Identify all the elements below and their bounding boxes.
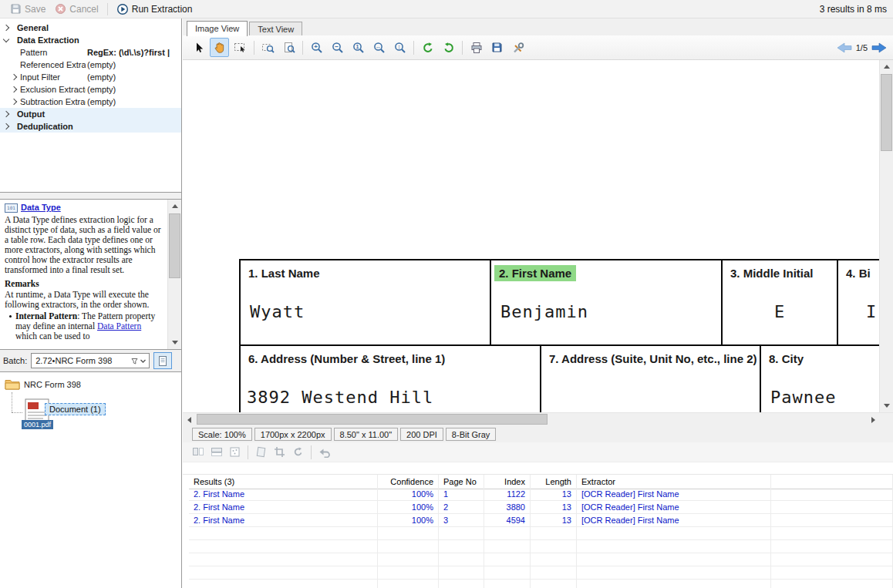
result-cell[interactable]: 13 <box>531 488 577 501</box>
zoom-region-button[interactable] <box>258 38 278 57</box>
property-row-deduplication[interactable]: Deduplication <box>0 120 181 133</box>
scrollbar-thumb[interactable] <box>197 414 548 425</box>
rotate-image-button[interactable] <box>290 444 306 460</box>
property-value[interactable]: RegEx: (\d\.\s)?first | <box>87 46 180 59</box>
form-field-first-name[interactable]: 2. First Name Benjamin <box>491 260 723 346</box>
result-cell[interactable]: 100% <box>378 514 439 527</box>
crop-button[interactable] <box>271 444 288 460</box>
scrollbar-track[interactable] <box>196 413 867 425</box>
run-extraction-button[interactable]: Run Extraction <box>113 2 197 16</box>
select-tool-button[interactable] <box>189 38 208 57</box>
flip-button[interactable] <box>190 444 206 460</box>
form-field-last-name[interactable]: 1. Last Name Wyatt <box>241 260 491 346</box>
scroll-up-button[interactable] <box>168 200 181 213</box>
zoom-actual-size-button[interactable]: 1 <box>349 38 368 57</box>
result-cell[interactable]: 3 <box>439 514 484 527</box>
form-field-middle-initial[interactable]: 3. Middle Initial E <box>723 260 838 346</box>
region-select-button[interactable] <box>231 38 250 57</box>
chevron-down-icon[interactable] <box>3 36 9 42</box>
result-cell[interactable]: [OCR Reader] First Name <box>577 501 771 514</box>
result-cell[interactable]: 100% <box>378 501 439 514</box>
scale-status: Scale: 100% <box>192 428 252 441</box>
results-empty-cell <box>484 566 531 580</box>
chevron-right-icon[interactable] <box>11 74 17 80</box>
property-value[interactable]: (empty) <box>87 59 180 71</box>
property-row-data-extraction[interactable]: Data Extraction <box>0 34 181 46</box>
vertical-scrollbar[interactable] <box>879 60 893 412</box>
pan-tool-button[interactable] <box>210 38 229 57</box>
image-viewer[interactable]: 1. Last Name Wyatt 2. First Name Benjami… <box>183 60 893 412</box>
result-cell[interactable]: 1 <box>439 488 484 501</box>
form-field-address1[interactable]: 6. Address (Number & Street, line 1) 389… <box>241 346 541 412</box>
property-row-input-filter[interactable]: Input Filter (empty) <box>0 71 181 83</box>
property-value[interactable]: (empty) <box>87 96 180 108</box>
tab-image-view[interactable]: Image View <box>187 21 248 36</box>
chevron-right-icon[interactable] <box>3 123 9 129</box>
result-cell[interactable]: 4594 <box>484 514 531 527</box>
save-image-button[interactable] <box>487 38 507 57</box>
despeckle-button[interactable] <box>227 444 243 460</box>
rotate-cw-button[interactable] <box>439 38 458 57</box>
scroll-right-button[interactable] <box>867 413 880 426</box>
help-panel: 101 Data Type A Data Type defines extrac… <box>0 199 181 350</box>
zoom-out-button[interactable]: − <box>328 38 347 57</box>
tab-text-view[interactable]: Text View <box>249 22 302 35</box>
scroll-down-button[interactable] <box>880 399 893 412</box>
scrollbar-thumb[interactable] <box>169 213 180 278</box>
chevron-right-icon[interactable] <box>3 25 9 31</box>
property-row-referenced-extractor[interactable]: Referenced Extra (empty) <box>0 59 181 71</box>
property-row-general[interactable]: General <box>0 22 181 34</box>
rotate-ccw-icon <box>422 42 434 54</box>
result-cell[interactable]: 3880 <box>484 501 531 514</box>
result-cell[interactable]: 2. First Name <box>189 488 378 501</box>
result-cell[interactable]: 2. First Name <box>189 501 378 514</box>
tree-node-document[interactable]: Document (1) <box>45 403 106 415</box>
scroll-left-button[interactable] <box>183 413 196 426</box>
page-indicator: 1/5 <box>856 43 868 52</box>
result-cell[interactable]: 13 <box>531 501 577 514</box>
result-cell[interactable]: 2. First Name <box>189 514 378 527</box>
chevron-right-icon[interactable] <box>11 99 17 105</box>
mirror-button[interactable] <box>208 444 224 460</box>
scroll-up-button[interactable] <box>880 60 893 73</box>
rotate-ccw-button[interactable] <box>418 38 437 57</box>
deskew-button[interactable] <box>253 444 269 460</box>
result-cell[interactable]: 13 <box>531 514 577 527</box>
cancel-button[interactable]: Cancel <box>51 2 102 15</box>
fit-page-icon: ↕ <box>394 42 406 54</box>
property-row-pattern[interactable]: Pattern RegEx: (\d\.\s)?first | <box>0 46 181 59</box>
property-row-subtraction-extractor[interactable]: Subtraction Extrac (empty) <box>0 96 181 108</box>
tree-node-batch-root[interactable]: NRC Form 398 <box>5 378 81 390</box>
previous-page-button[interactable] <box>837 42 852 53</box>
property-row-exclusion-extractor[interactable]: Exclusion Extracto (empty) <box>0 83 181 96</box>
result-cell[interactable]: [OCR Reader] First Name <box>577 514 771 527</box>
batch-combo[interactable]: 2.72•NRC Form 398 <box>31 353 150 368</box>
zoom-page-button[interactable] <box>279 38 298 57</box>
data-pattern-link[interactable]: Data Pattern <box>97 321 141 331</box>
property-row-output[interactable]: Output <box>0 108 181 120</box>
data-type-link[interactable]: Data Type <box>21 203 61 213</box>
result-cell[interactable]: [OCR Reader] First Name <box>577 488 771 501</box>
result-cell[interactable]: 2 <box>439 501 484 514</box>
next-page-button[interactable] <box>871 42 887 53</box>
fit-page-button[interactable]: ↕ <box>390 38 409 57</box>
result-cell[interactable]: 1122 <box>484 488 531 501</box>
scrollbar-thumb[interactable] <box>881 74 892 151</box>
save-button[interactable]: Save <box>6 2 49 15</box>
property-value[interactable]: (empty) <box>87 71 180 83</box>
image-tools-button[interactable] <box>508 38 527 57</box>
horizontal-scrollbar[interactable] <box>183 412 893 425</box>
print-button[interactable] <box>467 38 486 57</box>
undo-button[interactable] <box>316 444 332 460</box>
chevron-right-icon[interactable] <box>11 86 17 92</box>
chevron-right-icon[interactable] <box>3 111 9 117</box>
form-field-address2[interactable]: 7. Address (Suite, Unit No, etc., line 2… <box>541 346 761 412</box>
form-field-city[interactable]: 8. City Pawnee <box>761 346 893 412</box>
result-cell[interactable]: 100% <box>378 488 439 501</box>
open-batch-button[interactable] <box>153 352 172 369</box>
property-value[interactable]: (empty) <box>87 83 180 96</box>
zoom-in-button[interactable]: + <box>307 38 326 57</box>
fit-width-button[interactable]: ↔ <box>369 38 389 57</box>
scroll-down-button[interactable] <box>168 336 181 349</box>
help-scrollbar[interactable] <box>167 200 181 349</box>
